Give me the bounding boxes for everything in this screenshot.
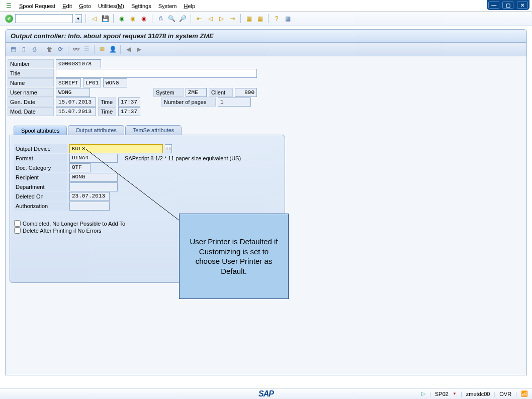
- name3-field: WONG: [103, 78, 127, 87]
- glasses-icon[interactable]: 👓: [71, 45, 80, 54]
- separator: [68, 45, 68, 54]
- status-signal-icon[interactable]: 📶: [521, 390, 528, 397]
- system-label: System: [153, 88, 184, 97]
- doccat-field: OTF: [69, 163, 91, 172]
- menu-help[interactable]: Help: [184, 3, 195, 9]
- back-icon[interactable]: ◁: [90, 14, 99, 23]
- maximize-button[interactable]: ▢: [502, 2, 513, 9]
- pages-label: Number of pages: [161, 97, 216, 107]
- output-device-field[interactable]: [69, 144, 163, 153]
- menu-system[interactable]: System: [158, 3, 177, 9]
- annotation-callout: User Printer is Defaulted if Customizing…: [179, 214, 289, 299]
- modtime-label: Time: [98, 107, 116, 116]
- cancel-red-icon[interactable]: ◉: [139, 14, 148, 23]
- separator: [85, 14, 86, 23]
- auth-field: [69, 202, 110, 211]
- sap-logo: SAP: [258, 389, 274, 398]
- moddate-label: Mod. Date: [8, 107, 54, 116]
- doc-icon[interactable]: ▤: [9, 45, 18, 54]
- gentime-field: 17:37: [118, 97, 140, 107]
- deleted-label: Deleted On: [14, 192, 67, 201]
- delete-icon[interactable]: 🗑: [45, 45, 54, 54]
- separator: [191, 14, 191, 23]
- menu-icon[interactable]: ☰: [5, 3, 12, 10]
- first-page-icon[interactable]: ⇤: [195, 14, 204, 23]
- status-nav-icon[interactable]: ▷: [421, 390, 425, 397]
- auth-label: Authorization: [14, 202, 67, 211]
- menu-goto[interactable]: Goto: [79, 3, 91, 9]
- user-icon[interactable]: 👤: [108, 45, 117, 54]
- enter-icon[interactable]: ✔: [5, 15, 13, 23]
- menu-edit[interactable]: Edit: [62, 3, 72, 9]
- status-mode: OVR: [499, 391, 511, 397]
- separator: [94, 45, 95, 54]
- tab-temse-attributes[interactable]: TemSe attributes: [125, 125, 182, 135]
- statusbar: SAP ▷ | SP02 ▼ | zmetdc00 | OVR | 📶: [0, 388, 532, 399]
- status-dropdown-icon[interactable]: ▼: [453, 391, 457, 396]
- format-desc: SAPscript 8 1/2 * 11 paper size equivale…: [120, 155, 241, 161]
- next-page-icon[interactable]: ▷: [217, 14, 226, 23]
- user-label: User name: [8, 88, 54, 97]
- title-label: Title: [8, 69, 54, 78]
- delete-after-label: Delete After Printing if No Errors: [23, 228, 102, 234]
- prev-page-icon[interactable]: ◁: [206, 14, 215, 23]
- new-session-icon[interactable]: ▦: [244, 14, 253, 23]
- output-icon[interactable]: ▯: [19, 45, 28, 54]
- find-icon[interactable]: 🔍: [167, 14, 176, 23]
- minimize-button[interactable]: —: [488, 2, 499, 9]
- separator: [152, 14, 152, 23]
- separator: [42, 45, 42, 54]
- back-green-icon[interactable]: ◉: [117, 14, 126, 23]
- command-field[interactable]: [15, 14, 73, 23]
- attr-icon[interactable]: ☰: [82, 45, 91, 54]
- number-field: 0000031078: [56, 59, 101, 68]
- menu-spool-request[interactable]: Spool Request: [19, 3, 55, 9]
- separator: [240, 14, 241, 23]
- client-label: Client: [209, 88, 233, 97]
- pages-field: 1: [218, 97, 251, 107]
- gentime-label: Time: [98, 97, 116, 107]
- number-label: Number: [8, 59, 54, 68]
- name2-field: LP01: [83, 78, 101, 87]
- prev-icon[interactable]: ◀: [124, 45, 133, 54]
- close-button[interactable]: ✕: [517, 2, 528, 9]
- refresh-icon[interactable]: ⟳: [56, 45, 65, 54]
- output-device-f4-icon[interactable]: ☐: [165, 144, 172, 153]
- client-field: 800: [235, 88, 257, 97]
- envelope-icon[interactable]: ✉: [98, 45, 107, 54]
- next-icon[interactable]: ▶: [134, 45, 143, 54]
- gendate-field: 15.07.2013: [56, 97, 96, 107]
- page-title: Output controller: Info. about spool req…: [5, 29, 527, 43]
- dept-label: Department: [14, 182, 67, 191]
- content: Number 0000031078 Title Name SCRIPT LP01…: [5, 56, 527, 375]
- separator: [113, 14, 114, 23]
- completed-checkbox[interactable]: [14, 220, 21, 227]
- print2-icon[interactable]: ⎙: [30, 45, 39, 54]
- title-field[interactable]: [56, 69, 257, 78]
- command-dropdown[interactable]: ▼: [75, 14, 82, 23]
- save-icon[interactable]: 💾: [101, 14, 110, 23]
- exit-yellow-icon[interactable]: ◉: [128, 14, 137, 23]
- format-field: DINA4: [69, 154, 118, 163]
- menubar: ☰ Spool Request Edit Goto Utilities(M) S…: [0, 0, 532, 12]
- status-transaction: SP02: [435, 391, 449, 397]
- doccat-label: Doc. Category: [14, 163, 67, 172]
- delete-after-checkbox[interactable]: [14, 227, 21, 234]
- layout-icon[interactable]: ▦: [283, 14, 292, 23]
- find-next-icon[interactable]: 🔎: [178, 14, 187, 23]
- standard-toolbar: ✔ ▼ ◁ 💾 ◉ ◉ ◉ ⎙ 🔍 🔎 ⇤ ◁ ▷ ⇥ ▦ ▦ ? ▦: [0, 12, 532, 26]
- tab-output-attributes[interactable]: Output attributes: [68, 125, 124, 135]
- menu-utilities[interactable]: Utilities(M): [98, 3, 124, 9]
- completed-label: Completed, No Longer Possible to Add To: [23, 221, 125, 227]
- deleted-field: 23.07.2013: [69, 192, 110, 201]
- menu-settings[interactable]: Settings: [131, 3, 151, 9]
- separator: [268, 14, 269, 23]
- department-field: [69, 182, 118, 191]
- shortcut-icon[interactable]: ▦: [255, 14, 264, 23]
- tab-spool-attributes[interactable]: Spool attributes: [14, 126, 67, 135]
- print-icon[interactable]: ⎙: [156, 14, 165, 23]
- last-page-icon[interactable]: ⇥: [228, 14, 237, 23]
- format-label: Format: [14, 154, 67, 163]
- status-system: zmetdc00: [466, 391, 490, 397]
- help-icon[interactable]: ?: [272, 14, 281, 23]
